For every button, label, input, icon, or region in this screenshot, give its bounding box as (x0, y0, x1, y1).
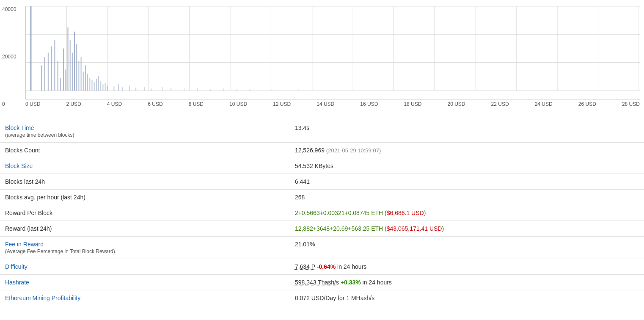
reward-per-block-value: 2+0.5663+0.00321+0.08745 ETH ($6,686.1 U… (290, 205, 644, 221)
svg-rect-48 (113, 86, 114, 91)
svg-rect-49 (118, 84, 119, 91)
svg-rect-33 (76, 44, 77, 91)
svg-rect-36 (83, 72, 84, 91)
svg-rect-47 (107, 86, 108, 91)
svg-rect-29 (67, 28, 68, 91)
hashrate-label-cell: Hashrate (0, 275, 290, 290)
difficulty-number: 7,634 P (295, 263, 315, 270)
svg-rect-40 (91, 80, 92, 91)
svg-rect-41 (94, 82, 95, 91)
svg-rect-32 (74, 32, 75, 91)
block-size-value: 54.532 KBytes (290, 158, 644, 174)
svg-rect-63 (271, 89, 272, 91)
table-row-blocks-24h: Blocks last 24h 6,441 (0, 174, 644, 190)
reward-24h-eth: 12,882+3648+20.69+563.25 ETH ($43,065,17… (295, 225, 444, 232)
svg-rect-34 (78, 61, 79, 91)
difficulty-label-cell: Difficulty (0, 259, 290, 275)
block-time-link[interactable]: Block Time (5, 124, 34, 131)
table-row-mining-profitability: Ethereum Mining Profitability 0.072 USD/… (0, 290, 644, 306)
svg-rect-30 (70, 40, 71, 91)
svg-rect-50 (122, 87, 123, 91)
blocks-count-label: Blocks Count (5, 147, 40, 154)
difficulty-link[interactable]: Difficulty (5, 263, 28, 270)
svg-rect-65 (333, 90, 334, 91)
reward-24h-label-cell: Reward (last 24h) (0, 221, 290, 237)
blocks-24h-value: 6,441 (290, 174, 644, 190)
blocks-24h-label: Blocks last 24h (5, 178, 45, 185)
blocks-count-timestamp: (2021-05-29 10:59:07) (326, 147, 381, 154)
svg-rect-24 (54, 40, 55, 91)
table-row-block-time: Block Time (average time between blocks)… (0, 120, 644, 143)
svg-rect-51 (129, 86, 130, 91)
reward-per-block-usd: $6,686.1 USD (387, 210, 424, 216)
svg-rect-19 (30, 6, 31, 91)
svg-rect-44 (100, 81, 101, 91)
y-axis-labels: 40000 20000 0 (2, 6, 16, 107)
table-row-reward-per-block: Reward Per Block 2+0.5663+0.00321+0.0874… (0, 205, 644, 221)
svg-rect-52 (135, 88, 136, 91)
hashrate-value: 598,343 Thash/s +0.33% in 24 hours (290, 275, 644, 290)
svg-rect-22 (48, 53, 49, 91)
svg-rect-45 (102, 84, 103, 91)
table-row-fee-in-reward: Fee in Reward (Average Fee Percentage in… (0, 237, 644, 259)
svg-rect-61 (236, 89, 237, 91)
blocks-count-number: 12,526,969 (295, 147, 325, 154)
reward-24h-label: Reward (last 24h) (5, 225, 52, 232)
table-row-blocks-count: Blocks Count 12,526,969 (2021-05-29 10:5… (0, 143, 644, 158)
svg-rect-20 (41, 65, 42, 91)
svg-rect-28 (65, 69, 66, 91)
blocks-avg-label: Blocks avg. per hour (last 24h) (5, 194, 85, 201)
svg-rect-58 (197, 88, 198, 91)
reward-per-block-label: Reward Per Block (5, 210, 52, 216)
svg-rect-60 (223, 88, 224, 91)
svg-rect-57 (184, 88, 184, 91)
svg-rect-55 (162, 87, 162, 91)
difficulty-value: 7,634 P -0.64% in 24 hours (290, 259, 644, 275)
svg-rect-62 (250, 89, 250, 91)
svg-rect-53 (144, 87, 145, 91)
table-row-reward-24h: Reward (last 24h) 12,882+3648+20.69+563.… (0, 221, 644, 237)
block-size-label-cell: Block Size (0, 158, 290, 174)
mining-profitability-link[interactable]: Ethereum Mining Profitability (5, 295, 80, 301)
difficulty-change: -0.64% (317, 263, 336, 270)
mining-profitability-label-cell: Ethereum Mining Profitability (0, 290, 290, 306)
table-row-hashrate: Hashrate 598,343 Thash/s +0.33% in 24 ho… (0, 275, 644, 290)
blocks-count-label-cell: Blocks Count (0, 143, 290, 158)
reward-24h-usd: $43,065,171.41 USD (387, 225, 442, 232)
block-time-sublabel: (average time between blocks) (5, 132, 74, 138)
hashrate-number: 598,343 Thash/s (295, 279, 339, 286)
blocks-24h-label-cell: Blocks last 24h (0, 174, 290, 190)
chart-area (25, 6, 640, 99)
svg-rect-31 (72, 53, 73, 91)
blocks-avg-value: 268 (290, 190, 644, 205)
stats-table: Block Time (average time between blocks)… (0, 120, 644, 306)
hashrate-link[interactable]: Hashrate (5, 279, 29, 286)
fee-in-reward-value: 21.01% (290, 237, 644, 259)
svg-rect-54 (151, 88, 151, 91)
table-row-block-size: Block Size 54.532 KBytes (0, 158, 644, 174)
difficulty-period: in 24 hours (337, 263, 366, 270)
blocks-count-value: 12,526,969 (2021-05-29 10:59:07) (290, 143, 644, 158)
svg-rect-56 (171, 88, 171, 91)
fee-in-reward-sublabel: (Average Fee Percentage in Total Block R… (5, 248, 115, 254)
fee-in-reward-link[interactable]: Fee in Reward (5, 241, 44, 248)
block-time-label-cell: Block Time (average time between blocks) (0, 120, 290, 143)
svg-rect-26 (60, 78, 61, 91)
svg-rect-25 (58, 61, 58, 91)
svg-rect-35 (81, 57, 82, 91)
svg-rect-59 (210, 89, 211, 91)
fee-in-reward-label-cell: Fee in Reward (Average Fee Percentage in… (0, 237, 290, 259)
hashrate-change: +0.33% (341, 279, 361, 286)
table-row-difficulty: Difficulty 7,634 P -0.64% in 24 hours (0, 259, 644, 275)
hashrate-period: in 24 hours (363, 279, 392, 286)
svg-rect-42 (96, 79, 97, 91)
fee-histogram-container: 40000 20000 0 (0, 0, 644, 120)
block-size-link[interactable]: Block Size (5, 163, 33, 169)
reward-per-block-eth: 2+0.5663+0.00321+0.08745 ETH ($6,686.1 U… (295, 210, 426, 216)
svg-rect-23 (51, 47, 52, 91)
blocks-avg-label-cell: Blocks avg. per hour (last 24h) (0, 190, 290, 205)
table-row-blocks-avg: Blocks avg. per hour (last 24h) 268 (0, 190, 644, 205)
svg-rect-46 (105, 83, 106, 91)
reward-per-block-label-cell: Reward Per Block (0, 205, 290, 221)
svg-rect-37 (85, 65, 86, 91)
